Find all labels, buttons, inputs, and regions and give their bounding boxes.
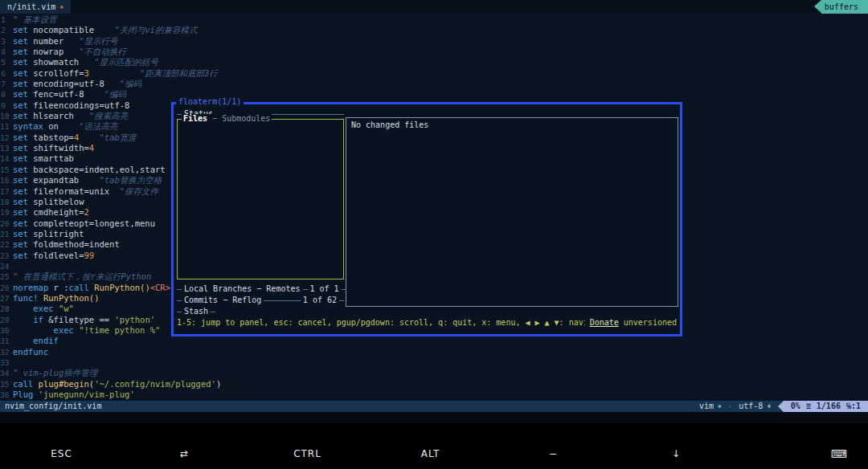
line-number: 20 [0, 218, 13, 229]
line-number: 33 [0, 357, 13, 368]
esc-key[interactable]: ESC [0, 448, 123, 459]
line-number: 4 [0, 47, 13, 57]
branches-count: 1 of 1 [308, 284, 342, 294]
alt-key[interactable]: ALT [369, 448, 492, 459]
commits-title: Commits − Reflog [182, 296, 264, 305]
line-number: 7 [0, 79, 13, 89]
gitui-hints-bar: 1-5: jump to panel, esc: cancel, pgup/pg… [177, 318, 677, 328]
down-key[interactable]: ↓ [615, 448, 738, 459]
line-number: 12 [0, 133, 13, 143]
line-number: 30 [0, 325, 13, 336]
vim-icon: ◆ [59, 0, 63, 14]
fileformat-icon: ♦ [767, 401, 771, 412]
line-number: 1 [0, 14, 13, 25]
scroll-percent: 0% [791, 401, 800, 412]
line-number: 2 [0, 25, 13, 35]
buffers-badge[interactable]: buffers [814, 0, 868, 14]
keyboard-icon[interactable]: ⌨ [831, 447, 847, 460]
floaterm-window[interactable]: floaterm(1/1) Status Files − Submodules … [171, 102, 682, 336]
stash-title: Stash [182, 307, 211, 316]
code-line: 3set number "显示行号 [0, 36, 868, 47]
commits-panel[interactable]: Commits − Reflog 1 of 62 [177, 296, 344, 305]
tab-label: n/init.vim [7, 0, 55, 14]
submodules-label: − Submodules [207, 114, 270, 123]
encoding-label: utf-8 [739, 401, 763, 412]
encoding-segment: utf-8 ♦ [732, 401, 778, 412]
line-number: 19 [0, 207, 13, 218]
powerline-arrow-icon [814, 0, 821, 13]
gitui: Status Files − Submodules No changed fil… [174, 104, 680, 334]
code-line: 8set fenc=utf-8 "编码 [0, 89, 868, 100]
line-number: 24 [0, 261, 13, 271]
buffers-label: buffers [821, 0, 868, 14]
files-panel-title: Files − Submodules [182, 114, 272, 124]
termux-screen: n/init.vim ◆ buffers 1" 基本设置2set nocompa… [0, 0, 868, 469]
tui-line [342, 289, 346, 290]
tab-key[interactable]: ⇄ [123, 448, 246, 459]
statusline: nvim_config/init.vim vim ◆ ‹ utf-8 ♦ 0% … [0, 401, 868, 412]
position-segment: 0% ≡ 1/166 ℅:1 [784, 401, 868, 412]
files-panel[interactable]: Files − Submodules [177, 119, 344, 279]
code-line: 35call plug#begin('~/.config/nvim/plugge… [0, 379, 868, 389]
commits-count: 1 of 62 [301, 296, 339, 305]
code-line: 5set showmatch "显示匹配的括号 [0, 57, 868, 67]
code-line: 33 [0, 357, 868, 368]
line-number: 25 [0, 271, 13, 282]
tui-line [264, 300, 301, 301]
code-line: 36Plug 'junegunn/vim-plug' [0, 389, 868, 400]
cmdline: <space>- [0, 412, 868, 423]
vim-filetype-icon: ◆ [718, 401, 722, 412]
line-number: 6 [0, 68, 13, 79]
stash-panel[interactable]: Stash [177, 307, 344, 316]
unversioned-label: unversioned [624, 318, 677, 328]
line-number: 5 [0, 57, 13, 67]
line-number: 9 [0, 100, 13, 111]
code-line: 6set scrolloff=3 "距离顶部和底部3行 [0, 68, 868, 79]
files-label: Files [183, 114, 207, 123]
keybinding-hints: 1-5: jump to panel, esc: cancel, pgup/pg… [177, 318, 585, 328]
statusline-right: vim ◆ ‹ utf-8 ♦ 0% ≡ 1/166 ℅:1 [693, 401, 868, 412]
line-number: 10 [0, 111, 13, 121]
filetype-label: vim [699, 401, 714, 412]
code-line: 34" vim-plug插件管理 [0, 368, 868, 378]
line-number: 28 [0, 304, 13, 314]
code-line: 2set nocompatible "关闭与vi的兼容模式 [0, 25, 868, 35]
powerline-arrow-icon [778, 401, 784, 412]
code-line: 32endfunc [0, 347, 868, 357]
line-number: 15 [0, 165, 13, 175]
donate-link[interactable]: Donate [590, 318, 619, 328]
line-number: 32 [0, 347, 13, 357]
tui-line [339, 300, 344, 301]
line-number: 14 [0, 153, 13, 164]
tabline: n/init.vim ◆ buffers [0, 0, 868, 14]
line-number: 27 [0, 293, 13, 304]
line-number: 36 [0, 389, 13, 400]
no-changed-files-text: No changed files [351, 120, 428, 130]
line-number: 18 [0, 197, 13, 207]
filetype-segment: vim ◆ [693, 401, 728, 412]
line-number: 16 [0, 175, 13, 186]
tui-line [211, 312, 215, 312]
code-line: 1" 基本设置 [0, 14, 868, 25]
column-position: ℅:1 [846, 401, 861, 412]
branches-panel[interactable]: Local Branches − Remotes 1 of 1 [177, 284, 344, 294]
line-number: 11 [0, 121, 13, 132]
minus-key[interactable]: − [492, 448, 615, 459]
line-number: 34 [0, 368, 13, 378]
statusline-filepath: nvim_config/init.vim [0, 401, 101, 412]
code-line: 31 endif [0, 336, 868, 346]
extra-keys-row: ESC⇄CTRLALT−↓ [0, 448, 738, 459]
line-number: 22 [0, 239, 13, 250]
line-number: 13 [0, 143, 13, 153]
diff-panel[interactable]: No changed files [346, 117, 678, 307]
code-line: 7set encoding=utf-8 "编码 [0, 79, 868, 89]
line-number: 29 [0, 315, 13, 325]
line-position: 1/166 [817, 401, 841, 412]
line-number: 17 [0, 186, 13, 197]
extra-keys-bar: ESC⇄CTRLALT−↓ ⌨ [0, 423, 868, 469]
tab-init-vim[interactable]: n/init.vim ◆ [0, 0, 71, 14]
code-line: 4set nowrap "不自动换行 [0, 47, 868, 57]
line-number: 8 [0, 89, 13, 100]
line-number: 3 [0, 36, 13, 47]
ctrl-key[interactable]: CTRL [246, 448, 369, 459]
